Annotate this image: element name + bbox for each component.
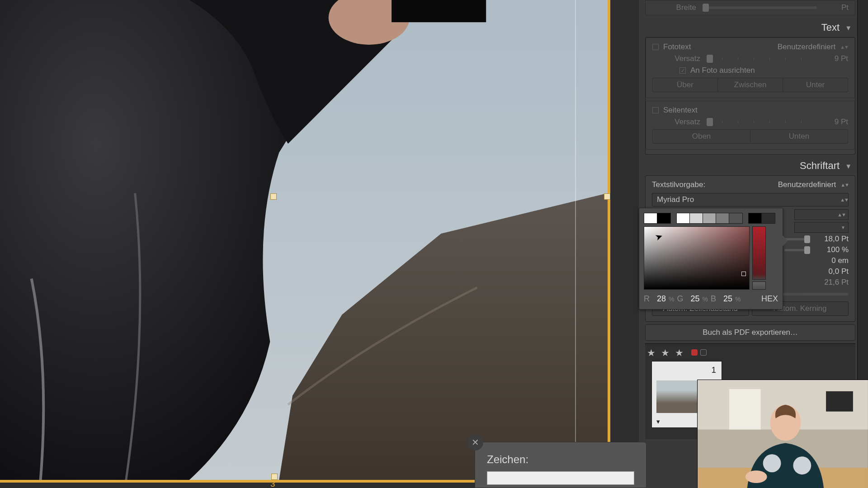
swatch-group-bw[interactable] xyxy=(644,213,671,224)
swatch[interactable] xyxy=(690,213,703,223)
hue-slider[interactable] xyxy=(752,226,766,280)
fototext-offset-slider[interactable] xyxy=(707,57,816,60)
rating-stars[interactable]: ★ ★ ★ xyxy=(647,347,685,358)
seg-over[interactable]: Über xyxy=(653,78,718,92)
seitentext-offset-label: Versatz xyxy=(668,117,700,127)
seg-under[interactable]: Unter xyxy=(783,78,848,92)
swatch-row xyxy=(644,213,778,224)
fototext-preset[interactable]: Benutzerdefiniert xyxy=(778,42,836,52)
svg-point-9 xyxy=(763,454,781,472)
crop-guide xyxy=(575,0,576,483)
close-icon[interactable]: ✕ xyxy=(467,434,483,450)
b-label: B xyxy=(711,294,716,304)
collapse-icon: ▼ xyxy=(845,24,852,32)
section-header-schriftart-label: Schriftart xyxy=(800,160,840,172)
seitentext-checkbox[interactable] xyxy=(652,107,659,113)
fototext-checkbox[interactable] xyxy=(652,44,659,50)
tracking-value: 0 em xyxy=(819,256,849,265)
pct-icon: % xyxy=(702,296,708,303)
panel-fototext: Fototext Benutzerdefiniert ▲▼ Versatz 9 … xyxy=(646,38,855,98)
pct-icon: % xyxy=(669,296,674,303)
character-popup[interactable]: ✕ Zeichen: xyxy=(475,442,646,488)
seitentext-offset-value: 9 Pt xyxy=(823,117,848,127)
breite-slider[interactable] xyxy=(703,6,817,9)
updown-icon: ▲▼ xyxy=(840,182,849,188)
swatch-group-grays[interactable] xyxy=(676,213,743,224)
text-align-dropdown[interactable]: ▼ xyxy=(794,222,849,233)
current-color-preview xyxy=(752,282,766,290)
page-photo[interactable] xyxy=(0,0,610,483)
resize-handle-left[interactable] xyxy=(270,193,277,200)
svg-rect-6 xyxy=(826,391,853,412)
presenter-webcam-overlay xyxy=(697,380,868,488)
r-label: R xyxy=(644,294,650,304)
export-pdf-button[interactable]: Buch als PDF exportieren… xyxy=(645,324,855,341)
swatch[interactable] xyxy=(762,213,775,223)
swatch[interactable] xyxy=(703,213,716,223)
baseline-value: 0,0 Pt xyxy=(819,267,849,276)
b-value[interactable]: 25 xyxy=(719,294,732,304)
svg-point-11 xyxy=(745,470,767,483)
character-popup-label: Zeichen: xyxy=(487,453,528,466)
section-header-schriftart[interactable]: Schriftart ▼ xyxy=(645,156,855,175)
svg-rect-2 xyxy=(392,0,486,22)
breite-label: Breite xyxy=(664,3,696,12)
align-to-photo-checkbox[interactable]: ✓ xyxy=(679,67,686,74)
page-number: 3 xyxy=(270,479,275,488)
book-canvas[interactable]: 3 xyxy=(0,0,639,488)
swatch[interactable] xyxy=(729,213,742,223)
font-style-dropdown[interactable]: ▲▼ xyxy=(794,209,849,220)
panel-seitentext: Seitentext Versatz 9 Pt Oben Unten xyxy=(646,101,855,150)
leading-value: 21,6 Pt xyxy=(819,278,849,287)
font-family-value: Myriad Pro xyxy=(657,195,694,204)
seitentext-label: Seitentext xyxy=(663,106,698,115)
fototext-offset-value: 9 Pt xyxy=(823,54,848,63)
text-color-popover[interactable]: ➤ R 28 % G 25 % B 25 % HEX xyxy=(639,208,783,310)
swatch-group-custom[interactable] xyxy=(748,213,775,224)
thumb-caret: ▾ xyxy=(656,418,660,426)
opacity-slider[interactable] xyxy=(784,249,810,251)
seg-bottom[interactable]: Unten xyxy=(750,130,848,143)
svg-rect-5 xyxy=(729,389,761,430)
color-sample-marker[interactable] xyxy=(741,272,746,276)
updown-icon: ▲▼ xyxy=(837,212,845,217)
cursor-icon: ➤ xyxy=(653,230,664,243)
seitentext-offset-slider[interactable] xyxy=(707,121,816,123)
color-label-dots[interactable] xyxy=(691,349,707,356)
chevron-down-icon: ▼ xyxy=(841,225,845,230)
seg-top[interactable]: Oben xyxy=(653,130,750,143)
textstyle-preset-label: Textstilvorgabe: xyxy=(652,180,705,189)
swatch[interactable] xyxy=(749,213,762,223)
textstyle-preset-value[interactable]: Benutzerdefiniert xyxy=(778,180,836,189)
breite-unit: Pt xyxy=(823,3,849,12)
swatch[interactable] xyxy=(644,213,657,223)
updown-icon: ▲▼ xyxy=(840,197,848,202)
hex-label[interactable]: HEX xyxy=(761,294,778,304)
fototext-offset-label: Versatz xyxy=(668,54,700,63)
resize-handle-right[interactable] xyxy=(604,193,610,200)
font-size-value: 18,0 Pt xyxy=(819,235,849,244)
g-label: G xyxy=(677,294,683,304)
swatch[interactable] xyxy=(677,213,690,223)
align-to-photo-label: An Foto ausrichten xyxy=(690,66,755,75)
popover-pointer xyxy=(783,235,788,246)
g-value[interactable]: 25 xyxy=(686,294,699,304)
svg-point-10 xyxy=(793,456,811,474)
panel-frame-tail: Breite Pt xyxy=(645,0,855,15)
seg-between[interactable]: Zwischen xyxy=(718,78,783,92)
pct-icon: % xyxy=(735,296,741,303)
fototext-position-segment[interactable]: Über Zwischen Unter xyxy=(652,78,848,92)
swatch[interactable] xyxy=(657,213,670,223)
section-header-text-label: Text xyxy=(821,22,840,33)
font-family-dropdown[interactable]: Myriad Pro ▲▼ xyxy=(652,193,849,206)
section-header-text[interactable]: Text ▼ xyxy=(645,18,855,37)
rgb-readout: R 28 % G 25 % B 25 % HEX xyxy=(644,294,778,304)
seitentext-position-segment[interactable]: Oben Unten xyxy=(652,129,848,144)
character-input[interactable] xyxy=(487,471,634,485)
swatch[interactable] xyxy=(716,213,729,223)
font-size-slider[interactable] xyxy=(784,238,810,240)
updown-icon: ▲▼ xyxy=(840,44,848,50)
collapse-icon: ▼ xyxy=(845,162,852,170)
r-value[interactable]: 28 xyxy=(652,294,666,304)
saturation-brightness-field[interactable]: ➤ xyxy=(644,226,750,290)
